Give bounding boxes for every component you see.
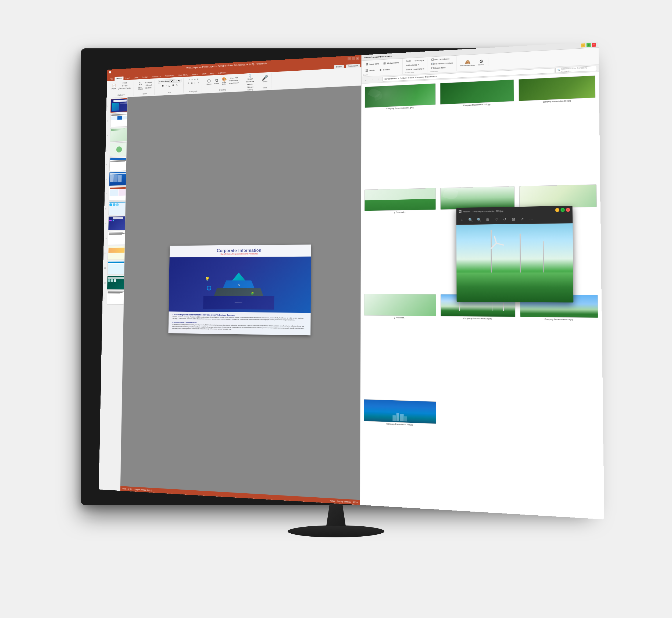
justify-button[interactable]: ≡ [196,78,199,81]
photo-viewer-image[interactable] [457,223,573,303]
nav-up-btn[interactable]: ↑ [376,77,381,82]
font-color-button[interactable]: A [175,83,179,87]
photo-close-btn[interactable]: × [566,208,570,212]
slide-thumb-7[interactable] [109,187,128,201]
display-settings-btn[interactable]: Display Settings [337,500,351,503]
slide-thumb-10[interactable] [108,231,127,245]
slide-thumb-1[interactable] [110,98,128,113]
file-item-8[interactable]: Company Presentation 023.jpeg [440,293,517,401]
slide-thumb-12[interactable] [107,261,126,275]
quick-styles-button[interactable]: 🎨 QuickStyles [221,76,228,85]
hide-selected-icon: 🙈 [465,60,470,64]
notes-btn[interactable]: Notes [330,500,335,502]
dictate-button[interactable]: 🎤 Dictate [261,74,269,83]
file-item-9[interactable]: Company Presentation 024.jpg [519,293,600,403]
section-button[interactable]: Section [145,87,153,89]
exp-hide-selected-btn[interactable]: 🙈 Hide selected items [459,59,476,68]
nav-forward-btn[interactable]: → [370,77,375,83]
file-item-2[interactable]: Company Presentation 002.jpg [439,78,515,185]
indent-dec-button[interactable]: ⇤ [194,82,197,84]
thumb-lower [365,199,436,211]
pv-favorite-btn[interactable]: ♡ [493,216,500,223]
explorer-maximize-btn[interactable]: □ [586,43,591,47]
exp-options-btn[interactable]: ⚙ Options [477,58,485,67]
slide-thumb-13[interactable] [107,276,126,290]
file-item-7[interactable]: y Presentat... [363,293,437,398]
slide-thumb-11[interactable] [107,246,126,260]
shape-effects-button[interactable]: Shape Effects ▾ [228,81,240,84]
arrange-button[interactable]: ⧉ Arrange [213,77,220,85]
exp-large-icons-btn[interactable]: ⊞ Large icons [363,61,380,68]
tab-file[interactable]: File [108,77,114,81]
layout-button[interactable]: ⊞ Layout [145,81,153,84]
slide-thumb-5[interactable] [109,157,128,171]
pv-rotate-btn[interactable]: ↺ [501,216,508,223]
align-center-button[interactable]: ≡ [191,78,194,81]
explorer-minimize-btn[interactable]: − [581,43,585,47]
explorer-close-btn[interactable]: × [592,42,596,46]
styles-button[interactable]: Styles ≡ [246,86,255,88]
pv-add-btn[interactable]: ＋ [459,217,465,223]
align-left-button[interactable]: ≡ [188,78,191,81]
slide-number-10: 10 [105,237,107,239]
slide-thumb-6[interactable] [109,172,128,186]
exp-details-btn[interactable]: ☰ Details [363,67,376,74]
nav-back-btn[interactable]: ← [363,77,369,83]
indent-inc-button[interactable]: ⇥ [197,81,200,84]
exp-hidden-items-btn[interactable]: Hidden items [430,66,447,70]
paste-icon: 📋 [111,83,116,88]
font-name-select[interactable]: Calibri (Body) [158,79,174,83]
pv-crop-btn[interactable]: ⊡ [510,216,517,223]
pv-zoom-out-btn[interactable]: 🔍 [476,217,482,223]
slide-thumb-14[interactable] [107,291,126,305]
slide-thumb-8[interactable] [108,201,127,215]
explorer-search-bar[interactable]: 🔍 Search Folder Company Present... [555,66,597,73]
exp-add-columns-btn[interactable]: Add columns ▾ [405,63,420,68]
reset-button[interactable]: ↺ Reset [145,84,153,87]
file-item-4[interactable]: y Presentat... [363,187,437,291]
file-item-3[interactable]: Company Presentation 003.jpg [517,74,598,183]
pv-more-btn[interactable]: ··· [527,216,535,222]
file-item-1[interactable]: Company Presentation 001.jpeg [363,82,437,187]
new-slide-button[interactable]: 🗂 NewSlides [137,81,144,90]
city-overlay [364,411,436,424]
exp-medium-icons-btn[interactable]: ⊟ Medium icons [381,60,400,66]
slide-mini-cols [110,189,127,196]
search-button[interactable]: 🔍 🔍 Search [246,73,255,80]
select-button[interactable]: Select ▾ [246,83,255,86]
slide-thumb-3[interactable] [110,127,128,142]
exp-sort-btn[interactable]: Sort ▾ [405,59,413,63]
photo-maximize-btn[interactable]: □ [561,208,565,212]
pv-delete-btn[interactable]: 🗑 [484,216,491,223]
ppt-maximize-btn[interactable]: □ [352,57,355,60]
slide-thumb-2[interactable] [110,113,128,127]
format-painter-button[interactable]: 🖌 Format Painter [117,87,132,90]
strikethrough-button[interactable]: S [172,84,175,87]
pv-zoom-in-btn[interactable]: 🔍 [467,217,474,223]
exp-size-all-columns-btn[interactable]: Size all columns to fit [405,67,425,72]
shape-outline-button[interactable]: Shape Outline ▾ [228,79,240,82]
bold-button[interactable]: B [161,84,165,87]
replace-button[interactable]: Replace ▾ [246,80,255,83]
font-size-select[interactable]: 12 [174,79,181,83]
numbering-button[interactable]: 1≡ [190,82,194,84]
ppt-minimize-btn[interactable]: − [348,57,351,60]
exp-item-checkboxes-btn[interactable]: Item check boxes [430,57,451,62]
shapes-button[interactable]: ⬡ Shapes [206,78,213,86]
bullet-button[interactable]: ☰ [187,82,190,85]
underline-button[interactable]: U [168,84,171,87]
align-right-button[interactable]: ≡ [194,78,196,81]
slide-thumb-4[interactable] [110,142,128,157]
shape-fill-button[interactable]: Shape Fill ▾ [228,76,240,79]
slide-blue-block [117,116,122,120]
photo-minimize-btn[interactable]: − [555,208,559,212]
file-item-10[interactable]: Company Presentation 025.jpg [362,398,437,507]
ppt-close-btn[interactable]: × [356,57,359,60]
paste-button[interactable]: 📋 Paste [110,82,117,90]
main-slide[interactable]: Corporate Information Basic Policies, Re… [168,244,311,335]
slide-thumb-9[interactable] [108,216,127,230]
exp-group-by-btn[interactable]: Group by ▾ [413,58,425,63]
pv-share-btn[interactable]: ↗ [519,216,526,222]
italic-button[interactable]: I [165,84,168,87]
exp-content-btn[interactable]: ≡ Content [377,66,391,73]
